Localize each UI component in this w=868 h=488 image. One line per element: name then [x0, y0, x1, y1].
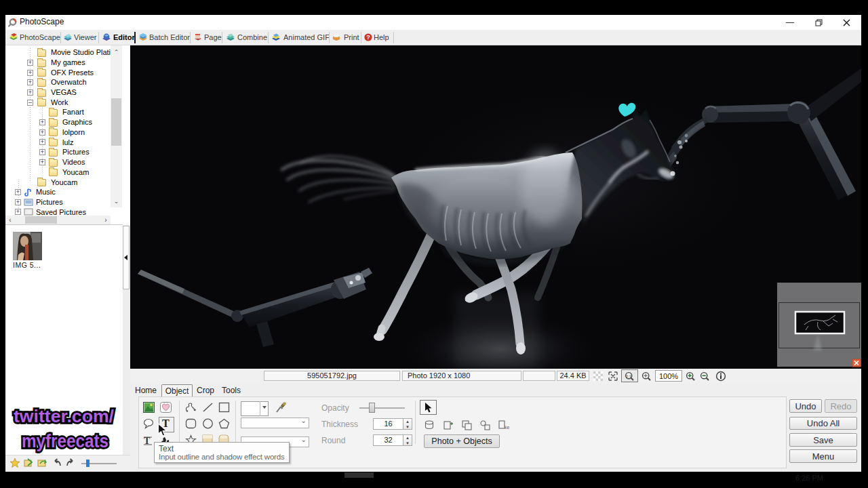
svg-text:?: ? [366, 34, 370, 41]
svg-text:ke: ke [505, 425, 510, 430]
svg-text:twitter.com/: twitter.com/ [14, 406, 114, 426]
svg-text:1:1: 1:1 [626, 374, 632, 378]
svg-text:myfreecats: myfreecats [22, 431, 108, 451]
